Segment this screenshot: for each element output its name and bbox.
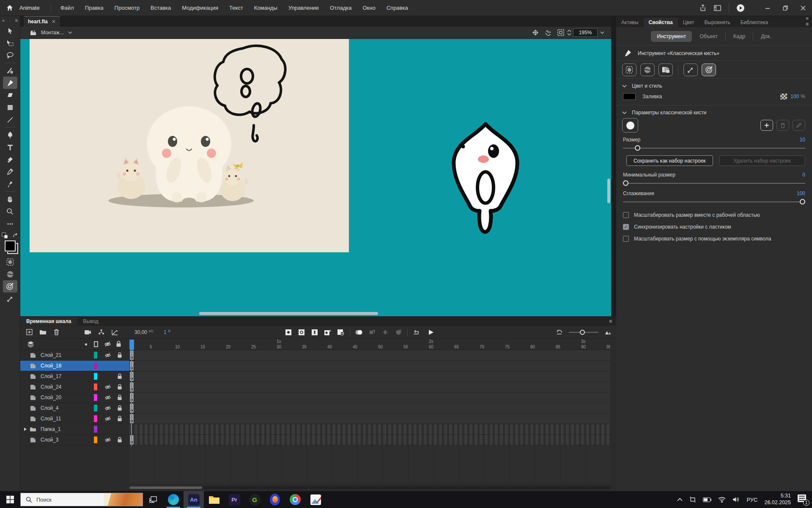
taskbar-app-explorer[interactable] — [204, 491, 224, 508]
center-stage-icon[interactable] — [529, 28, 542, 38]
color-style-section-header[interactable]: Цвет и стиль — [616, 79, 812, 91]
layer-color-swatch[interactable] — [94, 384, 97, 390]
task-view-button[interactable] — [143, 491, 163, 508]
share-icon[interactable] — [696, 2, 710, 14]
onion-skin-button[interactable] — [354, 327, 365, 337]
layer-name[interactable]: Слой_3 — [41, 437, 59, 443]
timeline-menu-icon[interactable]: ≡ — [609, 318, 612, 324]
clock[interactable]: 5:31 26.02.2025 — [764, 493, 791, 506]
object-drawing-option[interactable] — [622, 64, 636, 76]
min-size-value[interactable]: 0 — [802, 172, 805, 178]
layer-hidden-icon[interactable] — [104, 437, 112, 443]
save-preset-button[interactable]: Сохранить как набор настроек — [626, 155, 713, 166]
show-parenting-button[interactable] — [96, 327, 107, 337]
edit-multiple-frames-button[interactable] — [367, 327, 378, 337]
test-movie-icon[interactable] — [733, 2, 748, 14]
layer-color-swatch[interactable] — [94, 362, 97, 369]
properties-menu-icon[interactable]: ≡ — [806, 21, 809, 27]
layer-row-Слой_17[interactable]: Слой_17 — [20, 371, 129, 382]
folder-expander-icon[interactable] — [22, 427, 29, 431]
playhead[interactable] — [129, 340, 134, 350]
layer-name[interactable]: Слой_17 — [41, 373, 61, 379]
zoom-dropdown-icon[interactable] — [598, 28, 607, 37]
layer-name[interactable]: Слой_21 — [41, 352, 61, 358]
layer-row-Слой_3[interactable]: Слой_3 — [20, 435, 129, 445]
panel-tab-свойства[interactable]: Свойства — [644, 18, 678, 27]
timeline-ruler[interactable]: 1s2s3s5101520253035404550556065707580859… — [129, 339, 610, 350]
zoom-tool[interactable] — [3, 205, 17, 218]
tablet-mode-icon[interactable] — [689, 496, 696, 503]
layer-row-Папка_1[interactable]: Папка_1 — [20, 424, 129, 435]
smoothing-value[interactable]: 100 — [797, 190, 805, 196]
fill-color-swatch[interactable] — [5, 240, 16, 251]
checkbox-1[interactable] — [623, 212, 629, 218]
layer-frames-Слой_11[interactable] — [129, 414, 610, 424]
subtab-3[interactable]: Кадр — [727, 31, 751, 42]
hand-tool[interactable] — [3, 193, 17, 205]
framerate-value[interactable]: 30,00 — [134, 329, 147, 335]
notification-center-icon[interactable]: 1 — [798, 494, 809, 505]
taskbar-app-animate[interactable]: An — [184, 491, 204, 508]
wifi-icon[interactable] — [718, 497, 726, 502]
menu-9[interactable]: Отладка — [330, 5, 351, 11]
show-graph-button[interactable] — [109, 327, 120, 337]
layer-lock-icon[interactable] — [116, 373, 123, 379]
brush-params-section-header[interactable]: Параметры классической кисти — [616, 105, 812, 118]
battery-icon[interactable] — [703, 497, 711, 502]
outline-column-icon[interactable] — [85, 343, 88, 346]
scene-breadcrumb[interactable]: Монтаж... — [30, 30, 72, 36]
restore-button[interactable] — [776, 0, 794, 16]
taskbar-app-g-app[interactable]: G — [244, 491, 265, 508]
layer-hidden-icon[interactable] — [104, 384, 112, 390]
rectangle-tool[interactable] — [3, 101, 17, 113]
insert-blank-keyframe-button[interactable] — [296, 327, 307, 337]
eraser-tool[interactable] — [3, 89, 17, 101]
layer-name[interactable]: Слой_18 — [41, 363, 61, 369]
subtab-2[interactable]: Объект — [694, 31, 724, 42]
add-camera-button[interactable] — [82, 327, 93, 337]
alpha-checkerboard-icon[interactable] — [780, 94, 787, 99]
home-icon[interactable] — [0, 0, 19, 16]
insert-frame-button[interactable] — [309, 327, 320, 337]
minimize-button[interactable] — [759, 0, 776, 16]
classic-brush-tool[interactable] — [3, 77, 17, 89]
menu-2[interactable]: Правка — [85, 5, 104, 11]
layer-name[interactable]: Папка_1 — [41, 426, 60, 432]
zoom-level-input[interactable]: 195% — [573, 28, 598, 37]
close-button[interactable] — [794, 0, 812, 16]
clip-content-icon[interactable] — [554, 28, 567, 38]
timeline-frames-area[interactable]: 1s2s3s5101520253035404550556065707580859… — [129, 339, 610, 483]
stage-canvas[interactable] — [20, 39, 611, 316]
timeline-horizontal-scrollbar[interactable] — [129, 486, 610, 489]
canvas-vertical-scrollbar[interactable] — [607, 179, 610, 203]
tab-timeline[interactable]: Временная шкала — [20, 317, 77, 326]
menu-7[interactable]: Команды — [254, 5, 277, 11]
modify-markers-button[interactable] — [380, 327, 391, 337]
toolbar-menu-icon[interactable]: ≡ — [15, 18, 18, 23]
panel-tab-активы[interactable]: Активы — [616, 18, 644, 27]
delete-brush-button[interactable] — [776, 120, 789, 131]
text-tool[interactable] — [3, 141, 17, 153]
layer-color-swatch[interactable] — [94, 436, 97, 443]
size-value[interactable]: 10 — [800, 137, 805, 143]
checkbox-3[interactable] — [623, 236, 629, 242]
menu-1[interactable]: Файл — [60, 5, 74, 11]
new-layer-button[interactable] — [24, 327, 35, 337]
layer-row-Слой_24[interactable]: Слой_24 — [20, 382, 129, 392]
swap-colors-icon[interactable] — [13, 233, 19, 238]
taskbar-app-egg-app[interactable] — [265, 491, 285, 508]
taskbar-search-input[interactable]: Поиск — [20, 493, 143, 506]
default-colors-icon[interactable] — [2, 232, 8, 239]
layer-lock-icon[interactable] — [116, 437, 123, 443]
layer-color-swatch[interactable] — [94, 373, 97, 380]
asset-warp-tool[interactable] — [3, 178, 17, 190]
layer-lock-icon[interactable] — [116, 352, 123, 358]
add-brush-button[interactable] — [760, 120, 773, 131]
start-button[interactable] — [0, 491, 20, 508]
draw-behind-option[interactable] — [683, 64, 698, 76]
layer-row-Слой_11[interactable]: Слой_11 — [20, 414, 129, 424]
layer-frames-Слой_17[interactable] — [129, 371, 610, 382]
tray-chevron-icon[interactable] — [677, 498, 683, 501]
layer-row-Слой_18[interactable]: Слой_18 — [20, 361, 129, 371]
size-slider[interactable] — [623, 145, 805, 151]
